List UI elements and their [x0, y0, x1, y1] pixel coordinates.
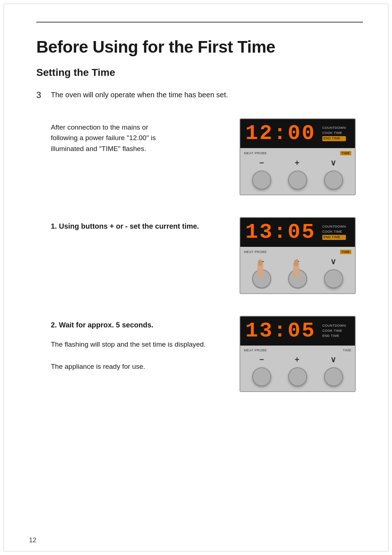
btn-mid-container-2: [288, 269, 307, 288]
oven-buttons-row-2: [244, 269, 351, 288]
oven-btn-left-2[interactable]: [252, 269, 271, 288]
btn-left-container-2: [252, 269, 271, 288]
oven-btn-mid-2[interactable]: [288, 269, 307, 288]
oven-btn-right-2[interactable]: [324, 269, 343, 288]
page-number: 12: [29, 536, 36, 544]
